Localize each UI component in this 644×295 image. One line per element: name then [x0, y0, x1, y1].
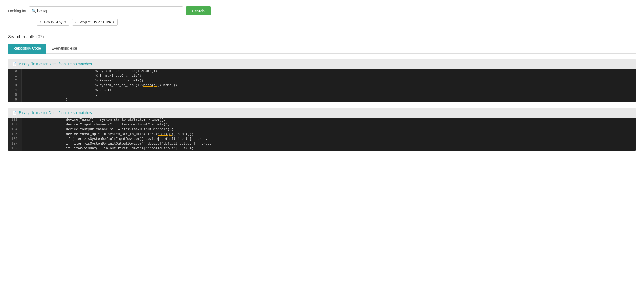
group-filter-dropdown[interactable]: 🏷 Group: Any ▼ [37, 19, 69, 26]
line-num: 182 [8, 118, 22, 122]
code-line: 4 % details [8, 88, 636, 93]
search-button[interactable]: Search [186, 6, 211, 15]
tabs-row: Repository Code Everything else [8, 44, 636, 54]
result-block-2-title[interactable]: Binary file master:Demo/npalute.so match… [19, 111, 92, 115]
line-code: % i->maxOutputChannels() [22, 78, 636, 83]
search-row: Looking for 🔍 Search [8, 6, 636, 15]
line-num: 4 [8, 88, 22, 93]
line-code: % system_str_to_utf8(i->name()) [22, 69, 636, 73]
search-input-wrapper: 🔍 [29, 6, 183, 15]
line-code: if (iter->isSystemDefaultInputDevice()) … [22, 137, 636, 141]
project-tag-icon: 🏷 [75, 20, 78, 24]
highlight-match: hostApi [143, 84, 158, 87]
line-num: 2 [8, 78, 22, 83]
line-num: 185 [8, 132, 22, 137]
code-line: 185 device["host_api"] = system_str_to_u… [8, 132, 636, 137]
project-filter-label: Project: [79, 20, 91, 24]
result-block-1-header: 📄 Binary file master:Demo/npalute.so mat… [8, 59, 636, 69]
code-line: 188 if (iter->index()==in_out.first) dev… [8, 146, 636, 151]
line-code: % i->maxInputChannels() [22, 73, 636, 78]
results-header: Search results (37) [8, 34, 636, 39]
code-line: 5 ; [8, 93, 636, 97]
looking-for-label: Looking for [8, 9, 26, 13]
code-line: 187 if (iter->isSystemDefaultOutputDevic… [8, 141, 636, 146]
file-icon-1: 📄 [12, 62, 17, 66]
result-block-1: 📄 Binary file master:Demo/npalute.so mat… [8, 59, 636, 102]
code-line: 2 % i->maxOutputChannels() [8, 78, 636, 83]
code-line: 6 } [8, 97, 636, 102]
group-tag-icon: 🏷 [40, 20, 43, 24]
line-code: if (iter->index()==in_out.first) device[… [22, 146, 636, 151]
line-code: if (iter->isSystemDefaultOutputDevice())… [22, 141, 636, 146]
line-code: % system_str_to_utf8(i->hostApi().name()… [22, 83, 636, 88]
code-line: 3 % system_str_to_utf8(i->hostApi().name… [8, 83, 636, 88]
result-block-2: 📄 Binary file master:Demo/npalute.so mat… [8, 108, 636, 151]
results-section: Search results (37) Repository Code Ever… [0, 30, 644, 54]
search-area: Looking for 🔍 Search 🏷 Group: Any ▼ 🏷 Pr… [0, 0, 644, 30]
group-chevron-icon: ▼ [64, 21, 66, 24]
tab-everything-else[interactable]: Everything else [46, 44, 82, 54]
code-line: 186 if (iter->isSystemDefaultInputDevice… [8, 137, 636, 141]
result-block-1-title[interactable]: Binary file master:Demo/npalute.so match… [19, 62, 92, 66]
line-code: % details [22, 88, 636, 93]
results-header-text: Search results [8, 34, 35, 39]
line-num: 186 [8, 137, 22, 141]
line-num: 184 [8, 127, 22, 132]
line-code: device["name"] = system_str_to_utf8(iter… [22, 118, 636, 122]
line-num: 1 [8, 73, 22, 78]
code-line: 1 % i->maxInputChannels() [8, 73, 636, 78]
results-main: 📄 Binary file master:Demo/npalute.so mat… [0, 59, 644, 164]
group-filter-label: Group: [44, 20, 55, 24]
code-line: 182 device["name"] = system_str_to_utf8(… [8, 118, 636, 122]
line-num: 3 [8, 83, 22, 88]
highlight-match: hostApi [158, 132, 172, 136]
project-chevron-icon: ▼ [112, 21, 115, 24]
result-block-2-code: 182 device["name"] = system_str_to_utf8(… [8, 118, 636, 151]
line-num: 183 [8, 122, 22, 127]
result-block-2-header: 📄 Binary file master:Demo/npalute.so mat… [8, 108, 636, 118]
line-num: 0 [8, 69, 22, 73]
file-icon-2: 📄 [12, 111, 17, 115]
group-filter-value: Any [56, 20, 63, 24]
project-filter-value: DSR / alute [92, 20, 111, 24]
line-num: 6 [8, 97, 22, 102]
line-num: 187 [8, 141, 22, 146]
line-code: device["host_api"] = system_str_to_utf8(… [22, 132, 636, 137]
result-block-1-code: 0 % system_str_to_utf8(i->name()) 1 % i-… [8, 69, 636, 102]
results-count: (37) [36, 34, 44, 39]
line-code: device["output_channels"] = iter->maxOut… [22, 127, 636, 132]
line-num: 188 [8, 146, 22, 151]
line-num: 5 [8, 93, 22, 97]
code-line: 0 % system_str_to_utf8(i->name()) [8, 69, 636, 73]
project-filter-dropdown[interactable]: 🏷 Project: DSR / alute ▼ [72, 19, 118, 26]
search-icon: 🔍 [32, 9, 36, 13]
code-line: 183 device["input_channels"] = iter->max… [8, 122, 636, 127]
line-code: device["input_channels"] = iter->maxInpu… [22, 122, 636, 127]
search-input[interactable] [29, 6, 183, 15]
filters-row: 🏷 Group: Any ▼ 🏷 Project: DSR / alute ▼ [37, 19, 636, 26]
line-code: } [22, 97, 636, 102]
code-line: 184 device["output_channels"] = iter->ma… [8, 127, 636, 132]
tab-repository-code[interactable]: Repository Code [8, 44, 46, 54]
line-code: ; [22, 93, 636, 97]
